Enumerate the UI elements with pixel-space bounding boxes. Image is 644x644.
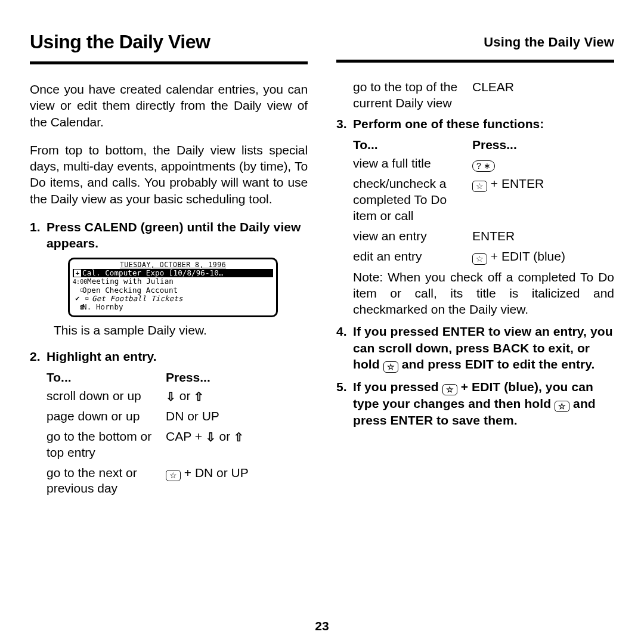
hdr-press: Press... xyxy=(166,370,210,385)
t3-r3-to: edit an entry xyxy=(353,249,472,265)
rule-right xyxy=(336,60,614,63)
lcd-highlight-text: Cal. Computer Expo [10/8/96-10… xyxy=(82,269,223,277)
down-arrow-icon: ⇩ xyxy=(166,392,176,402)
note-icon-2: ▫ xyxy=(82,295,92,303)
lcd-caption: This is a sample Daily view. xyxy=(54,323,308,338)
lcd-row-3: ▫ Open Checking Account xyxy=(73,286,273,295)
step-1-text: Press CALEND (green) until the Daily vie… xyxy=(47,219,308,252)
step-4-text: If you pressed ENTER to view an entry, y… xyxy=(353,323,614,373)
t3-r2-to: view an entry xyxy=(353,228,472,244)
t2-row-2: go to the bottom or top entry CAP + ⇩ or… xyxy=(47,429,308,461)
t2-r2-to: go to the bottom or top entry xyxy=(47,429,166,461)
step-3: 3. Perform one of these functions: xyxy=(336,116,614,132)
hdr-to: To... xyxy=(47,370,166,385)
table-3-header: To... Press... xyxy=(353,138,614,152)
t3-r3-press: ☆ + EDIT (blue) xyxy=(472,249,614,265)
rule-left xyxy=(30,61,308,64)
step-2: 2. Highlight an entry. xyxy=(30,348,308,364)
lcd-row-5-text: N. Hornby xyxy=(82,303,123,311)
table-2-header: To... Press... xyxy=(47,370,308,385)
step-4: 4. If you pressed ENTER to view an entry… xyxy=(336,323,614,373)
lcd-row-4: ✔ ▫ Get Football Tickets xyxy=(73,295,273,303)
lcd-row-4-text: Get Football Tickets xyxy=(92,295,183,303)
t2c-to: go to the top of the current Daily view xyxy=(353,79,472,112)
lcd-row-2: 4:00 Meeting with Julian xyxy=(73,277,273,286)
step-4-num: 4. xyxy=(336,323,353,373)
t3-row-1: check/uncheck a completed To Do item or … xyxy=(353,176,614,224)
t3-r0-press: ? ∗ xyxy=(472,156,614,172)
t2-r1-press: DN or UP xyxy=(166,408,308,425)
question-key-icon: ? ∗ xyxy=(472,160,495,172)
step-1-num: 1. xyxy=(30,219,47,252)
star-key-icon: ☆ xyxy=(442,384,457,395)
t2-r0-to: scroll down or up xyxy=(47,388,166,404)
table-3: To... Press... view a full title ? ∗ che… xyxy=(353,138,614,265)
up-arrow-icon: ⇧ xyxy=(234,432,244,442)
star-key-icon: ☆ xyxy=(383,361,398,373)
check-icon: ✔ xyxy=(73,295,82,303)
note-icon: ▫ xyxy=(73,286,82,295)
step-3-note: Note: When you check off a com­pleted To… xyxy=(353,269,614,318)
step-3-num: 3. xyxy=(336,116,353,132)
t3-r2-press: ENTER xyxy=(472,228,614,244)
t3-row-3: edit an entry ☆ + EDIT (blue) xyxy=(353,249,614,265)
t2-row-3: go to the next or previous day ☆ + DN or… xyxy=(47,465,308,497)
t2-r0-press: ⇩ or ⇧ xyxy=(166,388,308,404)
t3-r1-press: ☆ + ENTER xyxy=(472,176,614,224)
page-title-right: Using the Daily View xyxy=(336,35,614,50)
lcd-highlight-row: + Cal. Computer Expo [10/8/96-10… xyxy=(73,269,273,277)
page-title-left: Using the Daily View xyxy=(30,31,308,53)
step-2-num: 2. xyxy=(30,348,47,364)
intro-para-1: Once you have created calendar entries, … xyxy=(30,81,308,130)
t2-r2-press: CAP + ⇩ or ⇧ xyxy=(166,429,308,461)
page-number: 23 xyxy=(0,619,644,633)
star-key-icon: ☆ xyxy=(472,253,487,265)
plus-icon: + xyxy=(74,270,81,277)
up-arrow-icon: ⇧ xyxy=(194,392,204,402)
hdr-press-3: Press... xyxy=(472,138,517,152)
star-key-icon: ☆ xyxy=(166,470,181,481)
right-column: Using the Daily View go to the top of th… xyxy=(336,24,614,501)
lcd-date: TUESDAY, OCTOBER 8, 1996 xyxy=(73,261,273,269)
step-5-num: 5. xyxy=(336,379,353,428)
hdr-to-3: To... xyxy=(353,138,472,152)
t3-row-2: view an entry ENTER xyxy=(353,228,614,244)
lcd-row-3-text: Open Checking Account xyxy=(82,286,178,295)
t2-r3-to: go to the next or previous day xyxy=(47,465,166,497)
lcd-time: 4:00 xyxy=(73,278,87,286)
star-key-icon: ☆ xyxy=(472,181,487,192)
phone-icon: ☎ xyxy=(73,304,82,312)
t3-row-0: view a full title ? ∗ xyxy=(353,156,614,172)
t3-r0-to: view a full title xyxy=(353,156,472,172)
intro-para-2: From top to bottom, the Daily view lists… xyxy=(30,142,308,207)
step-3-text: Perform one of these functions: xyxy=(353,116,614,132)
left-column: Using the Daily View Once you have creat… xyxy=(30,24,308,501)
step-5-text: If you pressed ☆ + EDIT (blue), you can … xyxy=(353,379,614,428)
t2-r1-to: page down or up xyxy=(47,408,166,425)
t2c-press: CLEAR xyxy=(472,79,614,112)
lcd-row-5: ☎ N. Hornby xyxy=(73,303,273,311)
down-arrow-icon: ⇩ xyxy=(206,432,216,442)
step-2-text: Highlight an entry. xyxy=(47,348,308,364)
t2c-row: go to the top of the current Daily view … xyxy=(353,79,614,112)
step-1: 1. Press CALEND (green) until the Daily … xyxy=(30,219,308,252)
t2-r3-press: ☆ + DN or UP xyxy=(166,465,308,497)
daily-view-lcd: TUESDAY, OCTOBER 8, 1996 + Cal. Computer… xyxy=(68,258,278,317)
star-key-icon: ☆ xyxy=(555,401,569,412)
step-5: 5. If you pressed ☆ + EDIT (blue), you c… xyxy=(336,379,614,428)
t2-row-0: scroll down or up ⇩ or ⇧ xyxy=(47,388,308,404)
t3-r1-to: check/uncheck a completed To Do item or … xyxy=(353,176,472,224)
table-2: To... Press... scroll down or up ⇩ or ⇧ … xyxy=(47,370,308,497)
lcd-row-2-text: Meeting with Julian xyxy=(87,277,174,286)
table-2-cont: go to the top of the current Daily view … xyxy=(353,79,614,112)
t2-row-1: page down or up DN or UP xyxy=(47,408,308,425)
